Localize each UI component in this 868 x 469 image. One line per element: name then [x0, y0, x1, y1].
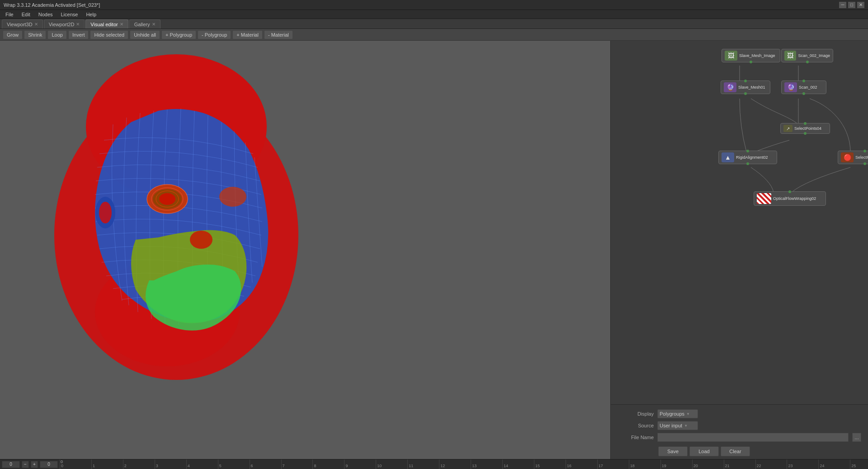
node-slave-mesh01[interactable]: 🔮 Slave_Mesh01: [721, 81, 770, 94]
face-svg: [0, 41, 610, 459]
timeline-marker-14: 14: [502, 460, 508, 469]
shrink-button[interactable]: Shrink: [24, 30, 46, 39]
filename-row: File Name …: [618, 433, 861, 442]
node-dot-scan-002-bottom: [802, 92, 805, 95]
display-dropdown[interactable]: Polygroups ▼: [657, 409, 698, 418]
load-button[interactable]: Load: [689, 446, 719, 456]
viewport3d-area[interactable]: [0, 41, 610, 459]
timeline-marker-10: 10: [376, 460, 382, 469]
node-icon-scan-002: 🔮: [784, 82, 797, 92]
plus-polygroup-button[interactable]: + Polygroup: [161, 30, 196, 39]
clear-button[interactable]: Clear: [721, 446, 750, 456]
minus-polygroup-button[interactable]: - Polygroup: [198, 30, 231, 39]
node-dot-select-points04-top: [804, 122, 807, 125]
node-icon-scan-002-image: 🖼: [784, 51, 796, 61]
menu-file[interactable]: File: [2, 11, 17, 18]
title-bar-controls: ─ □ ✕: [839, 2, 864, 8]
filename-browse-button[interactable]: …: [852, 433, 861, 442]
timeline-marker-16: 16: [566, 460, 571, 469]
menu-license[interactable]: License: [57, 11, 82, 18]
timeline-marker-20: 20: [692, 460, 698, 469]
timeline-marker-0: 0: [60, 460, 63, 469]
timeline-end-frame[interactable]: [40, 461, 58, 468]
filename-input[interactable]: [657, 433, 849, 442]
close-button[interactable]: ✕: [857, 2, 864, 8]
timeline-start-frame[interactable]: [2, 461, 20, 468]
timeline-marker-21: 21: [724, 460, 730, 469]
timeline-marker-12: 12: [439, 460, 445, 469]
node-select-points04[interactable]: ↗ SelectPoints04: [780, 123, 830, 134]
filename-label: File Name: [618, 435, 654, 440]
timeline-marker-6: 6: [250, 460, 253, 469]
tab-visual-editor-close[interactable]: ✕: [120, 22, 123, 27]
node-icon-select-polygons03: 🔴: [841, 152, 854, 162]
svg-point-12: [99, 202, 112, 223]
minimize-button[interactable]: ─: [839, 2, 846, 8]
timeline-marker-19: 19: [660, 460, 666, 469]
timeline-increase-btn[interactable]: +: [31, 461, 38, 468]
source-row: Source User input ▼: [618, 421, 861, 430]
right-panel: 🖼 Slave_Mesh_Image 🖼 Scan_002_Image 🔮 Sl…: [610, 41, 868, 459]
svg-point-9: [219, 187, 246, 207]
tab-viewport3d-close[interactable]: ✕: [34, 22, 38, 27]
timeline-marker-23: 23: [787, 460, 793, 469]
node-select-polygons03[interactable]: 🔴 SelectPolygons03: [838, 151, 868, 164]
timeline-marker-1: 1: [91, 460, 95, 469]
save-button[interactable]: Save: [658, 446, 688, 456]
source-dropdown-arrow: ▼: [684, 424, 688, 428]
menu-edit[interactable]: Edit: [18, 11, 34, 18]
tab-viewport2d[interactable]: Viewport2D ✕: [44, 19, 85, 28]
timeline-marker-3: 3: [155, 460, 158, 469]
menu-bar: File Edit Nodes License Help: [0, 10, 868, 19]
tab-gallery[interactable]: Gallery ✕: [129, 19, 160, 28]
minus-material-button[interactable]: - Material: [264, 30, 293, 39]
node-scan-002-image[interactable]: 🖼 Scan_002_Image: [781, 49, 833, 62]
timeline-decrease-btn[interactable]: −: [22, 461, 29, 468]
node-dot-select-polygons03-bottom: [863, 162, 866, 165]
display-row: Display Polygroups ▼: [618, 409, 861, 418]
tab-visual-editor[interactable]: Visual editor ✕: [85, 19, 128, 28]
title-bar: Wrap 3.3.12 Academia Activated [Set_023*…: [0, 0, 868, 10]
node-dot-scan-002-image-bottom: [806, 61, 809, 63]
hide-selected-button[interactable]: Hide selected: [90, 30, 128, 39]
timeline-marker-15: 15: [534, 460, 540, 469]
node-scan-002[interactable]: 🔮 Scan_002: [781, 81, 826, 94]
toolbar: Grow Shrink Loop Invert Hide selected Un…: [0, 29, 868, 41]
node-dot-slave-mesh01-bottom: [744, 92, 747, 95]
node-dot-select-points04-bottom: [804, 132, 807, 135]
tab-viewport3d[interactable]: Viewport3D ✕: [2, 19, 43, 28]
connections-svg: [611, 41, 868, 404]
menu-help[interactable]: Help: [82, 11, 100, 18]
timeline-marker-8: 8: [312, 460, 316, 469]
timeline-marker-5: 5: [218, 460, 222, 469]
timeline-marker-9: 9: [344, 460, 348, 469]
timeline-marker-18: 18: [629, 460, 635, 469]
timeline-marker-13: 13: [471, 460, 476, 469]
source-label: Source: [618, 423, 654, 428]
node-slave-mesh-image[interactable]: 🖼 Slave_Mesh_Image: [722, 49, 780, 62]
source-dropdown[interactable]: User input ▼: [657, 421, 698, 430]
node-icon-opticalflow-wrapping02: [757, 193, 771, 204]
unhide-all-button[interactable]: Unhide all: [130, 30, 160, 39]
node-icon-rigid-alignment02: ▲: [722, 152, 734, 162]
main-layout: 🖼 Slave_Mesh_Image 🖼 Scan_002_Image 🔮 Sl…: [0, 41, 868, 459]
node-icon-slave-mesh-image: 🖼: [725, 51, 737, 61]
node-dot-select-polygons03-top: [863, 150, 866, 152]
svg-point-5: [159, 193, 175, 205]
timeline-marker-7: 7: [281, 460, 285, 469]
tab-gallery-close[interactable]: ✕: [152, 22, 156, 27]
plus-material-button[interactable]: + Material: [232, 30, 263, 39]
tab-viewport2d-close[interactable]: ✕: [76, 22, 80, 27]
node-icon-select-points04: ↗: [783, 125, 793, 132]
grow-button[interactable]: Grow: [3, 30, 23, 39]
node-rigid-alignment02[interactable]: ▲ RigidAlignment02: [718, 151, 777, 164]
maximize-button[interactable]: □: [848, 2, 855, 8]
invert-button[interactable]: Invert: [68, 30, 89, 39]
bottom-buttons: Save Load Clear: [618, 445, 861, 456]
node-graph[interactable]: 🖼 Slave_Mesh_Image 🖼 Scan_002_Image 🔮 Sl…: [611, 41, 868, 405]
menu-nodes[interactable]: Nodes: [35, 11, 57, 18]
node-opticalflow-wrapping02[interactable]: OpticalFlowWrapping02: [754, 191, 826, 206]
loop-button[interactable]: Loop: [47, 30, 66, 39]
timeline-ruler: 0 01234567891011121314151617181920212223…: [60, 460, 866, 469]
timeline-marker-4: 4: [186, 460, 190, 469]
